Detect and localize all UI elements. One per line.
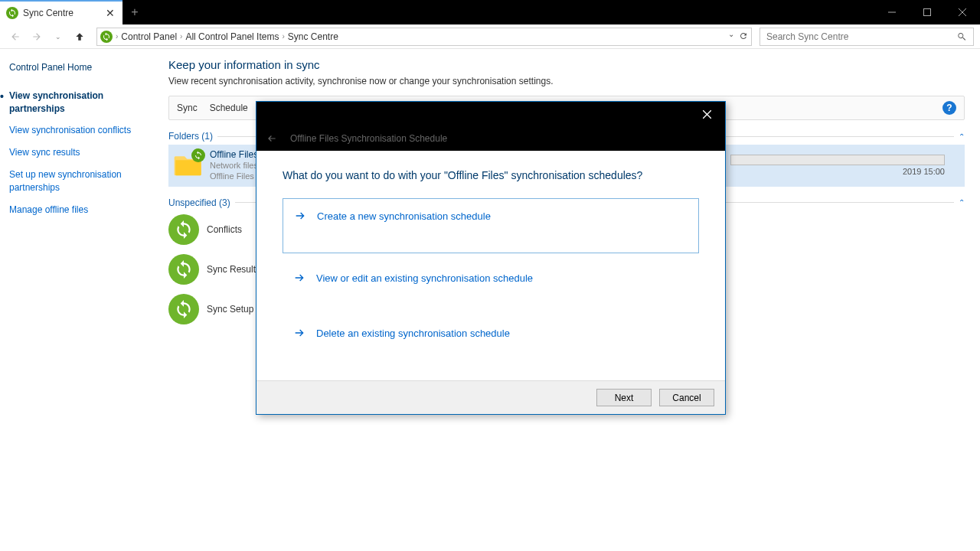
sync-centre-icon: [6, 7, 18, 19]
dialog-footer: Next Cancel: [256, 380, 725, 414]
dialog-close-button[interactable]: [694, 105, 719, 123]
option-label: Create a new synchronisation schedule: [317, 210, 491, 222]
dialog-subtitle: Offline Files Synchronisation Schedule: [290, 133, 447, 144]
sync-icon: [168, 254, 199, 285]
page-description: View recent synchronisation activity, sy…: [168, 76, 965, 86]
option-delete-schedule[interactable]: Delete an existing synchronisation sched…: [283, 316, 699, 350]
page-title: Keep your information in sync: [168, 58, 965, 71]
schedule-dialog: Offline Files Synchronisation Schedule W…: [256, 101, 726, 415]
option-label: View or edit an existing synchronisation…: [316, 272, 533, 284]
sidebar-item-home[interactable]: Control Panel Home: [9, 61, 144, 74]
arrow-right-icon: [293, 327, 305, 339]
dialog-question: What do you want to do with your "Offlin…: [283, 169, 699, 181]
breadcrumb[interactable]: All Control Panel Items: [185, 31, 279, 42]
chevron-right-icon[interactable]: ›: [282, 32, 284, 41]
group-label: Folders (1): [168, 131, 213, 142]
breadcrumb[interactable]: Control Panel: [121, 31, 177, 42]
sidebar-item-results[interactable]: View sync results: [9, 146, 144, 159]
next-button[interactable]: Next: [596, 389, 652, 406]
search-input[interactable]: [766, 31, 956, 42]
chevron-right-icon[interactable]: ›: [180, 32, 182, 41]
sidebar-item-offline[interactable]: Manage offline files: [9, 204, 144, 217]
progress-text: 2019 15:00: [730, 167, 945, 176]
sidebar-item-conflicts[interactable]: View synchronisation conflicts: [9, 124, 144, 137]
chevron-right-icon[interactable]: ›: [116, 32, 118, 41]
tab-schedule[interactable]: Schedule: [210, 103, 248, 113]
navbar: ⌄ › Control Panel › All Control Panel It…: [0, 24, 980, 49]
svg-rect-1: [924, 9, 931, 16]
search-icon: [956, 31, 967, 42]
chevron-down-icon[interactable]: ⌄: [728, 30, 734, 44]
option-create-schedule[interactable]: Create a new synchronisation schedule: [283, 198, 699, 253]
address-bar[interactable]: › Control Panel › All Control Panel Item…: [96, 28, 752, 46]
sidebar: Control Panel Home View synchronisation …: [0, 49, 153, 551]
sidebar-item-partnerships[interactable]: View synchronisation partnerships: [9, 90, 144, 116]
chevron-up-icon[interactable]: ⌃: [959, 132, 965, 141]
offline-files-line2: Network files: [210, 160, 261, 171]
item-label: Sync Setup: [207, 304, 253, 315]
help-icon[interactable]: ?: [942, 101, 956, 115]
option-view-edit-schedule[interactable]: View or edit an existing synchronisation…: [283, 261, 699, 295]
nav-forward-icon[interactable]: [28, 28, 46, 46]
offline-files-line3: Offline Files a: [210, 171, 261, 181]
refresh-icon[interactable]: [739, 30, 748, 44]
sidebar-item-setup[interactable]: Set up new synchronisation partnerships: [9, 168, 144, 194]
nav-recent-icon[interactable]: ⌄: [49, 28, 67, 46]
arrow-right-icon: [293, 272, 305, 284]
window-tab[interactable]: Sync Centre ✕: [0, 0, 122, 24]
tab-close-icon[interactable]: ✕: [104, 7, 116, 19]
option-label: Delete an existing synchronisation sched…: [316, 328, 510, 339]
folder-icon: [173, 150, 204, 181]
dialog-titlebar: [256, 102, 725, 126]
tab-title: Sync Centre: [23, 8, 100, 18]
group-label: Unspecified (3): [168, 197, 230, 208]
progress-bar: [730, 155, 945, 165]
offline-files-name: Offline Files: [210, 149, 261, 160]
dialog-header: Offline Files Synchronisation Schedule: [256, 126, 725, 151]
new-tab-button[interactable]: +: [122, 0, 147, 24]
search-box[interactable]: [760, 28, 974, 46]
maximize-button[interactable]: [910, 0, 945, 24]
titlebar: Sync Centre ✕ +: [0, 0, 980, 24]
arrow-right-icon: [294, 210, 306, 222]
close-button[interactable]: [945, 0, 980, 24]
cancel-button[interactable]: Cancel: [659, 389, 714, 406]
sync-icon: [168, 214, 199, 245]
breadcrumb[interactable]: Sync Centre: [288, 31, 338, 42]
tab-sync[interactable]: Sync: [177, 103, 198, 113]
sync-icon: [168, 294, 199, 324]
item-label: Sync Results: [207, 264, 260, 275]
chevron-up-icon[interactable]: ⌃: [959, 198, 965, 207]
minimize-button[interactable]: [874, 0, 910, 24]
nav-up-icon[interactable]: [70, 28, 89, 46]
nav-back-icon[interactable]: [6, 28, 24, 46]
sync-centre-icon: [100, 31, 113, 43]
item-label: Conflicts: [207, 224, 242, 235]
dialog-back-button[interactable]: [264, 131, 279, 146]
